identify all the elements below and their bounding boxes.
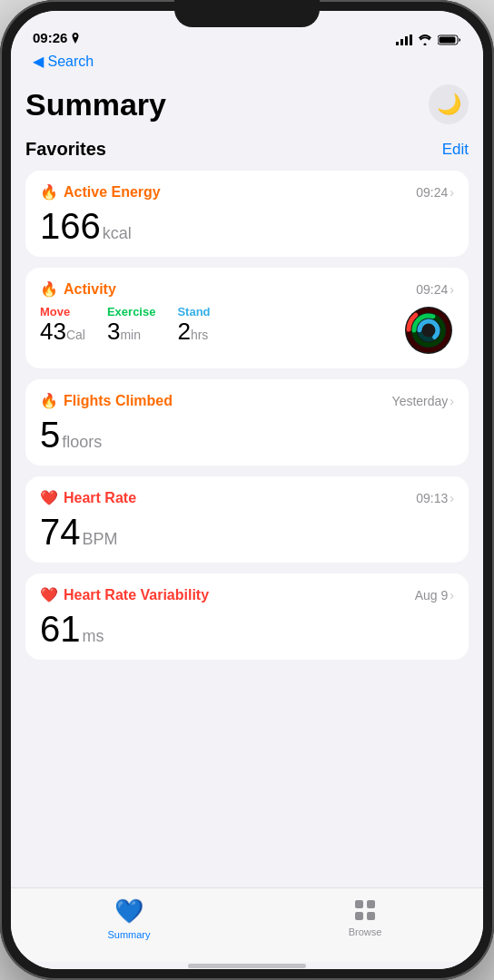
edit-button[interactable]: Edit [442,141,469,159]
activity-label: Activity [64,281,116,298]
time-display: 09:26 [33,30,67,45]
scroll-content: Summary 🌙 Favorites Edit 🔥 Active Energy [11,77,483,887]
back-nav[interactable]: ◀ Search [11,51,483,77]
active-energy-card[interactable]: 🔥 Active Energy 09:24 › 166kcal [25,171,469,257]
heart-rate-value-row: 74BPM [40,514,454,550]
active-energy-unit: kcal [103,224,132,242]
browse-tab-label: Browse [349,926,382,937]
hrv-title: ❤️ Heart Rate Variability [40,586,209,603]
summary-tab-icon: 💙 [114,897,143,926]
hrv-timestamp: Aug 9 › [415,588,454,603]
svg-rect-2 [405,36,408,45]
activity-header: 🔥 Activity 09:24 › [40,280,454,298]
flame-icon-1: 🔥 [40,183,58,201]
hrv-time: Aug 9 [415,588,449,603]
activity-ring [403,305,454,356]
flights-climbed-label: Flights Climbed [64,393,173,409]
activity-timestamp: 09:24 › [416,282,454,297]
active-energy-chevron: › [450,185,454,200]
hrv-card[interactable]: ❤️ Heart Rate Variability Aug 9 › 61ms [25,573,469,660]
stand-metric: Stand 2hrs [177,305,210,345]
home-bar [188,964,306,968]
flights-climbed-unit: floors [62,433,102,451]
heart-icon-2: ❤️ [40,586,58,603]
svg-rect-16 [367,912,375,920]
activity-title: 🔥 Activity [40,280,116,298]
wifi-icon [418,34,432,45]
stand-label: Stand [177,305,210,318]
flights-climbed-card[interactable]: 🔥 Flights Climbed Yesterday › 5floors [25,379,469,466]
hrv-header: ❤️ Heart Rate Variability Aug 9 › [40,586,454,603]
location-icon [71,33,80,44]
heart-icon-1: ❤️ [40,489,58,506]
status-icons [396,34,461,45]
activity-time: 09:24 [416,282,448,297]
page-title: Summary [25,87,166,122]
favorites-section-header: Favorites Edit [25,139,469,160]
exercise-metric: Exercise 3min [107,305,156,345]
active-energy-timestamp: 09:24 › [416,185,454,200]
svg-rect-5 [440,37,456,44]
flights-climbed-chevron: › [450,394,454,408]
tab-bar: 💙 Summary Browse [11,887,483,962]
phone-screen: 09:26 [11,11,483,969]
move-label: Move [40,305,85,318]
heart-rate-timestamp: 09:13 › [416,491,454,505]
svg-rect-13 [355,900,363,908]
hrv-label: Heart Rate Variability [64,587,209,603]
moon-icon: 🌙 [437,93,461,116]
active-energy-time: 09:24 [416,185,448,200]
page-header: Summary 🌙 [25,77,469,139]
moon-button[interactable]: 🌙 [429,84,469,124]
active-energy-value-row: 166kcal [40,208,454,244]
svg-rect-14 [367,900,375,908]
browse-tab-icon [352,897,378,923]
stand-value: 2hrs [177,318,210,345]
heart-rate-card[interactable]: ❤️ Heart Rate 09:13 › 74BPM [25,476,469,563]
heart-rate-title: ❤️ Heart Rate [40,489,136,506]
back-arrow: ◀ [33,54,47,69]
active-energy-header: 🔥 Active Energy 09:24 › [40,183,454,201]
svg-rect-0 [396,42,399,45]
back-label[interactable]: Search [47,54,94,69]
phone-frame: 09:26 [0,0,494,980]
flights-climbed-time: Yesterday [392,394,449,408]
notch [174,0,320,27]
flame-icon-2: 🔥 [40,280,58,298]
hrv-value-row: 61ms [40,611,454,647]
heart-rate-value: 74 [40,512,81,552]
favorites-title: Favorites [25,139,106,160]
status-time: 09:26 [33,30,80,45]
heart-rate-unit: BPM [83,530,118,548]
signal-icon [396,34,412,45]
hrv-chevron: › [450,588,454,603]
activity-card[interactable]: 🔥 Activity 09:24 › Move 43Cal [25,268,469,368]
heart-rate-time: 09:13 [416,491,448,505]
flights-climbed-header: 🔥 Flights Climbed Yesterday › [40,392,454,409]
svg-rect-3 [410,34,412,45]
flights-climbed-value: 5 [40,415,60,455]
flame-icon-3: 🔥 [40,392,58,409]
svg-rect-1 [400,39,403,45]
flights-climbed-value-row: 5floors [40,416,454,453]
active-energy-title: 🔥 Active Energy [40,183,161,201]
exercise-label: Exercise [107,305,156,318]
exercise-value: 3min [107,318,156,345]
summary-tab-label: Summary [107,929,150,940]
flights-climbed-title: 🔥 Flights Climbed [40,392,173,409]
flights-climbed-timestamp: Yesterday › [392,394,454,408]
battery-icon [438,34,461,45]
tab-summary[interactable]: 💙 Summary [11,897,247,940]
heart-rate-chevron: › [450,491,454,505]
active-energy-label: Active Energy [64,184,161,201]
hrv-value: 61 [40,609,81,649]
tab-browse[interactable]: Browse [247,897,483,937]
activity-chevron: › [450,282,454,297]
home-indicator [11,962,483,969]
heart-rate-header: ❤️ Heart Rate 09:13 › [40,489,454,506]
move-metric: Move 43Cal [40,305,85,345]
svg-rect-15 [355,912,363,920]
heart-rate-label: Heart Rate [64,490,136,506]
activity-metrics-row: Move 43Cal Exercise 3min Stand [40,305,454,356]
active-energy-value: 166 [40,206,101,246]
